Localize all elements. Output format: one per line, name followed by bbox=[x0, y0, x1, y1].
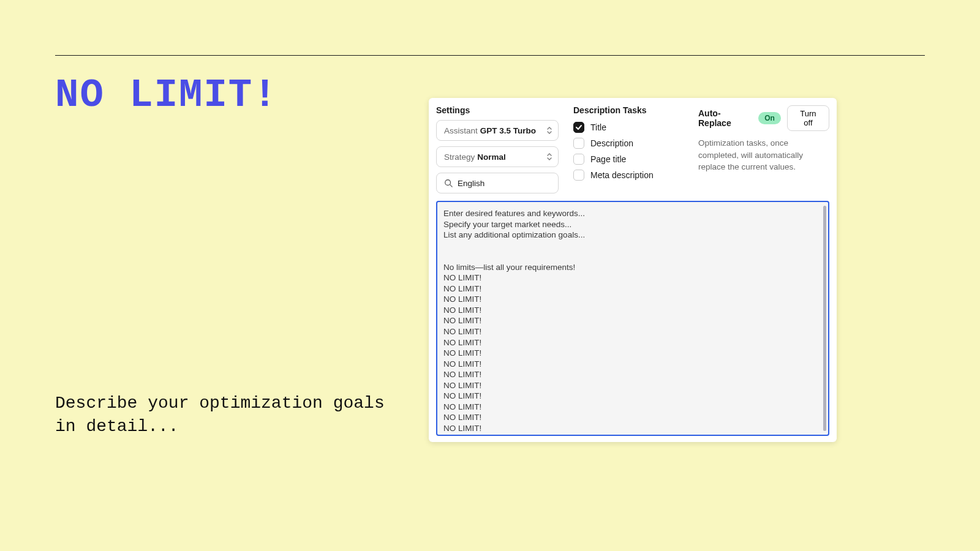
task-checkbox-row[interactable]: Description bbox=[573, 136, 684, 151]
language-input[interactable]: English bbox=[436, 173, 559, 193]
headline: NO LIMIT! bbox=[55, 73, 278, 118]
tasks-column: Description Tasks TitleDescriptionPage t… bbox=[573, 105, 684, 193]
task-label: Title bbox=[590, 122, 606, 132]
task-label: Meta description bbox=[590, 170, 654, 180]
auto-replace-desc: Optimization tasks, once completed, will… bbox=[698, 137, 829, 173]
settings-column: Settings Assistant GPT 3.5 Turbo Strateg… bbox=[436, 105, 559, 193]
chevron-updown-icon bbox=[547, 153, 552, 160]
task-label: Page title bbox=[590, 154, 626, 164]
status-badge: On bbox=[758, 112, 781, 124]
prompt-textarea[interactable]: Enter desired features and keywords... S… bbox=[436, 201, 829, 436]
auto-replace-label: Auto-Replace bbox=[698, 108, 752, 128]
chevron-updown-icon bbox=[547, 127, 552, 134]
svg-line-1 bbox=[450, 185, 453, 187]
settings-heading: Settings bbox=[436, 105, 559, 115]
assistant-select[interactable]: Assistant GPT 3.5 Turbo bbox=[436, 120, 559, 141]
language-value: English bbox=[458, 179, 484, 188]
prompt-textarea-content: Enter desired features and keywords... S… bbox=[443, 208, 822, 436]
task-label: Description bbox=[590, 138, 633, 148]
checkbox[interactable] bbox=[573, 170, 584, 181]
turn-off-button[interactable]: Turn off bbox=[787, 105, 829, 131]
checkbox[interactable] bbox=[573, 138, 584, 149]
panel-top: Settings Assistant GPT 3.5 Turbo Strateg… bbox=[436, 105, 829, 193]
assistant-label: Assistant bbox=[444, 126, 478, 135]
scrollbar[interactable] bbox=[823, 206, 826, 431]
subline: Describe your optimization goals in deta… bbox=[55, 392, 398, 438]
search-icon bbox=[444, 179, 453, 187]
auto-replace-column: Auto-Replace On Turn off Optimization ta… bbox=[698, 105, 829, 193]
strategy-value: Normal bbox=[477, 152, 506, 162]
auto-replace-row: Auto-Replace On Turn off bbox=[698, 105, 829, 131]
assistant-value: GPT 3.5 Turbo bbox=[480, 126, 536, 135]
settings-panel: Settings Assistant GPT 3.5 Turbo Strateg… bbox=[429, 98, 837, 442]
task-checkbox-row[interactable]: Page title bbox=[573, 152, 684, 167]
checkbox[interactable] bbox=[573, 122, 584, 133]
divider bbox=[55, 55, 925, 56]
tasks-heading: Description Tasks bbox=[573, 105, 684, 115]
strategy-label: Strategy bbox=[444, 152, 475, 162]
checkbox[interactable] bbox=[573, 154, 584, 165]
task-checkbox-row[interactable]: Meta description bbox=[573, 168, 684, 182]
task-checkbox-row[interactable]: Title bbox=[573, 120, 684, 135]
strategy-select[interactable]: Strategy Normal bbox=[436, 146, 559, 167]
